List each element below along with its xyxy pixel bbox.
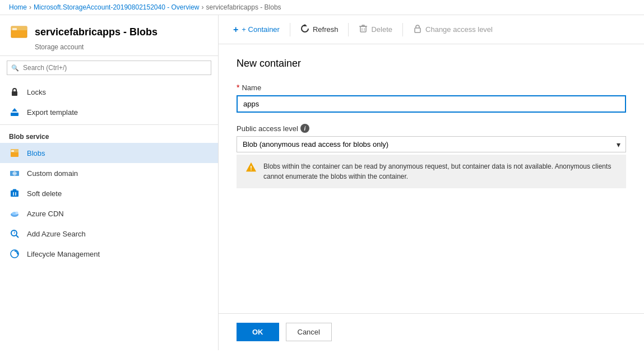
toolbar-separator-1 <box>290 23 290 36</box>
ok-button[interactable]: OK <box>237 323 279 341</box>
lock-icon <box>413 24 422 35</box>
lock-icon <box>9 86 20 97</box>
sidebar-item-soft-delete[interactable]: Soft delete <box>0 183 218 203</box>
azure-search-icon <box>9 228 20 239</box>
sidebar-item-custom-domain-label: Custom domain <box>27 169 78 178</box>
breadcrumb: Home › Microsoft.StorageAccount-20190802… <box>0 0 644 15</box>
search-icon: 🔍 <box>11 64 19 72</box>
blobs-icon <box>9 147 20 159</box>
svg-rect-30 <box>415 28 420 32</box>
svg-rect-27 <box>362 25 364 26</box>
plus-icon: + <box>233 25 238 35</box>
required-star: * <box>237 83 239 92</box>
sidebar-item-locks-label: Locks <box>27 88 46 96</box>
sidebar-header: servicefabricapps - Blobs Storage accoun… <box>0 15 218 56</box>
dialog-title: New container <box>237 58 626 69</box>
refresh-icon <box>300 24 309 35</box>
sidebar-title-container: servicefabricapps - Blobs <box>9 22 209 42</box>
toolbar-separator-2 <box>348 23 349 36</box>
info-box: ! Blobs within the container can be read… <box>237 155 626 188</box>
delete-icon <box>359 24 368 35</box>
svg-marker-5 <box>12 108 17 112</box>
svg-text:!: ! <box>250 164 252 172</box>
sidebar-item-soft-delete-label: Soft delete <box>27 189 62 198</box>
sidebar-item-lifecycle-management[interactable]: Lifecycle Management <box>0 244 218 264</box>
sidebar-item-lifecycle-management-label: Lifecycle Management <box>27 250 100 258</box>
name-form-group: * Name <box>237 83 626 113</box>
sidebar-item-add-azure-search-label: Add Azure Search <box>27 230 86 238</box>
sidebar-item-export-template[interactable]: Export template <box>0 102 218 122</box>
svg-rect-4 <box>11 113 18 116</box>
toolbar-separator-3 <box>402 23 403 36</box>
change-access-button[interactable]: Change access level <box>407 21 498 38</box>
access-level-select[interactable]: Private (no anonymous access) Blob (anon… <box>237 136 626 152</box>
search-input[interactable] <box>7 61 211 75</box>
sidebar-nav: Locks Export template Blob service <box>0 80 218 350</box>
sidebar-item-custom-domain[interactable]: Custom domain <box>0 163 218 183</box>
refresh-button[interactable]: Refresh <box>295 21 344 38</box>
breadcrumb-account[interactable]: Microsoft.StorageAccount-20190802152040 … <box>34 3 200 11</box>
container-name-input[interactable] <box>237 95 626 113</box>
refresh-label: Refresh <box>313 25 339 34</box>
svg-point-19 <box>16 212 18 215</box>
delete-label: Delete <box>371 25 392 34</box>
sidebar-item-blobs[interactable]: Blobs <box>0 143 218 163</box>
sidebar-item-azure-cdn-label: Azure CDN <box>27 210 64 218</box>
lifecycle-icon <box>9 248 20 259</box>
sidebar-item-azure-cdn[interactable]: Azure CDN <box>0 203 218 224</box>
svg-line-21 <box>16 235 18 238</box>
content-area: + + Container Refresh <box>219 15 644 350</box>
export-icon <box>9 106 20 118</box>
change-access-label: Change access level <box>425 25 493 34</box>
access-form-group: Public access level i Private (no anonym… <box>237 124 626 188</box>
sidebar-item-locks[interactable]: Locks <box>0 82 218 102</box>
delete-button[interactable]: Delete <box>353 21 398 38</box>
dialog-panel: New container * Name Public access level… <box>219 44 644 313</box>
soft-delete-icon <box>9 188 20 199</box>
svg-rect-25 <box>360 26 366 32</box>
info-icon: i <box>300 124 309 133</box>
blob-service-section: Blob service <box>0 127 218 143</box>
add-container-button[interactable]: + + Container <box>228 21 285 38</box>
sidebar-subtitle: Storage account <box>9 43 209 51</box>
dialog-footer: OK Cancel <box>219 313 644 350</box>
sidebar-item-export-label: Export template <box>27 108 78 117</box>
info-text: Blobs within the container can be read b… <box>263 161 617 182</box>
access-label-text: Public access level <box>237 124 298 133</box>
sidebar: servicefabricapps - Blobs Storage accoun… <box>0 15 219 350</box>
cdn-icon <box>9 208 20 219</box>
cancel-button[interactable]: Cancel <box>286 323 332 341</box>
breadcrumb-home[interactable]: Home <box>9 3 27 11</box>
sidebar-item-blobs-label: Blobs <box>27 149 45 157</box>
sidebar-item-add-azure-search[interactable]: Add Azure Search <box>0 224 218 244</box>
custom-domain-icon <box>9 168 20 179</box>
storage-icon <box>9 22 29 42</box>
name-label: * Name <box>237 83 626 92</box>
svg-rect-14 <box>13 189 16 191</box>
search-container: 🔍 « <box>7 61 211 75</box>
svg-rect-2 <box>12 28 17 30</box>
nav-divider <box>0 124 218 125</box>
toolbar: + + Container Refresh <box>219 15 644 44</box>
name-label-text: Name <box>242 83 261 92</box>
container-label: + Container <box>242 25 280 34</box>
breadcrumb-current: servicefabricapps - Blobs <box>206 3 281 11</box>
warning-icon: ! <box>245 161 257 173</box>
sidebar-title-text: servicefabricapps - Blobs <box>35 26 157 38</box>
svg-rect-13 <box>11 191 18 197</box>
svg-rect-3 <box>12 91 17 96</box>
svg-rect-8 <box>11 150 14 152</box>
access-select-wrapper: Private (no anonymous access) Blob (anon… <box>237 136 626 152</box>
access-label: Public access level i <box>237 124 626 133</box>
